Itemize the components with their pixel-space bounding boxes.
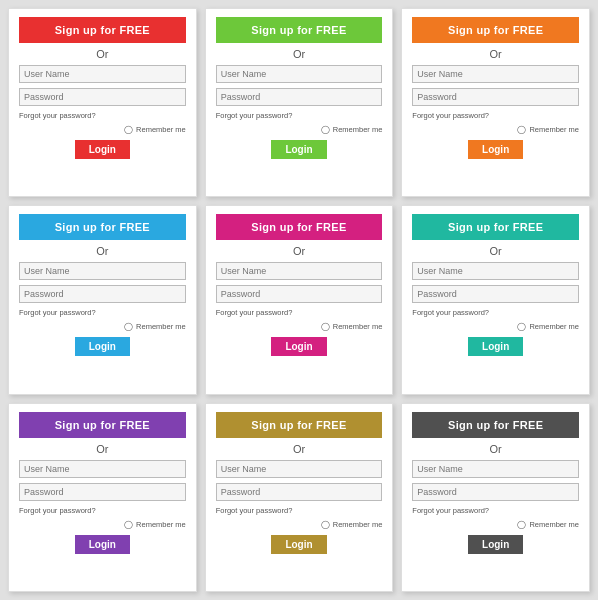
- or-label: Or: [293, 48, 305, 60]
- signup-button[interactable]: Sign up for FREE: [412, 17, 579, 43]
- remember-label: Remember me: [529, 322, 579, 331]
- remember-row: ◯ Remember me: [321, 125, 383, 134]
- remember-row: ◯ Remember me: [124, 125, 186, 134]
- login-button[interactable]: Login: [75, 535, 130, 554]
- username-input[interactable]: [216, 65, 383, 83]
- password-input[interactable]: [412, 483, 579, 501]
- password-input[interactable]: [19, 285, 186, 303]
- signup-button[interactable]: Sign up for FREE: [412, 412, 579, 438]
- forgot-password-link[interactable]: Forgot your password?: [19, 506, 96, 515]
- remember-label: Remember me: [333, 125, 383, 134]
- remember-label: Remember me: [136, 125, 186, 134]
- forgot-password-link[interactable]: Forgot your password?: [19, 111, 96, 120]
- username-input[interactable]: [19, 262, 186, 280]
- remember-row: ◯ Remember me: [517, 322, 579, 331]
- username-input[interactable]: [19, 65, 186, 83]
- password-input[interactable]: [216, 483, 383, 501]
- signup-button[interactable]: Sign up for FREE: [216, 17, 383, 43]
- username-input[interactable]: [412, 262, 579, 280]
- remember-checkbox-icon: ◯: [517, 520, 526, 529]
- remember-checkbox-icon: ◯: [517, 322, 526, 331]
- card-red: Sign up for FREE Or Forgot your password…: [8, 8, 197, 197]
- username-input[interactable]: [216, 262, 383, 280]
- card-dark: Sign up for FREE Or Forgot your password…: [401, 403, 590, 592]
- remember-label: Remember me: [333, 322, 383, 331]
- remember-row: ◯ Remember me: [517, 520, 579, 529]
- signup-button[interactable]: Sign up for FREE: [216, 412, 383, 438]
- remember-row: ◯ Remember me: [124, 520, 186, 529]
- forgot-password-link[interactable]: Forgot your password?: [216, 308, 293, 317]
- card-blue: Sign up for FREE Or Forgot your password…: [8, 205, 197, 394]
- remember-label: Remember me: [136, 322, 186, 331]
- card-grid: Sign up for FREE Or Forgot your password…: [0, 0, 598, 600]
- remember-label: Remember me: [529, 520, 579, 529]
- password-input[interactable]: [216, 88, 383, 106]
- signup-button[interactable]: Sign up for FREE: [19, 17, 186, 43]
- username-input[interactable]: [412, 65, 579, 83]
- card-teal: Sign up for FREE Or Forgot your password…: [401, 205, 590, 394]
- or-label: Or: [490, 48, 502, 60]
- signup-button[interactable]: Sign up for FREE: [216, 214, 383, 240]
- username-input[interactable]: [216, 460, 383, 478]
- login-button[interactable]: Login: [75, 337, 130, 356]
- remember-row: ◯ Remember me: [321, 322, 383, 331]
- login-button[interactable]: Login: [468, 535, 523, 554]
- password-input[interactable]: [19, 483, 186, 501]
- or-label: Or: [490, 443, 502, 455]
- password-input[interactable]: [412, 285, 579, 303]
- or-label: Or: [490, 245, 502, 257]
- remember-checkbox-icon: ◯: [124, 322, 133, 331]
- remember-row: ◯ Remember me: [124, 322, 186, 331]
- card-gold: Sign up for FREE Or Forgot your password…: [205, 403, 394, 592]
- or-label: Or: [96, 245, 108, 257]
- login-button[interactable]: Login: [75, 140, 130, 159]
- forgot-password-link[interactable]: Forgot your password?: [19, 308, 96, 317]
- remember-checkbox-icon: ◯: [124, 125, 133, 134]
- card-pink: Sign up for FREE Or Forgot your password…: [205, 205, 394, 394]
- remember-row: ◯ Remember me: [517, 125, 579, 134]
- or-label: Or: [293, 245, 305, 257]
- login-button[interactable]: Login: [468, 140, 523, 159]
- login-button[interactable]: Login: [271, 337, 326, 356]
- login-button[interactable]: Login: [271, 535, 326, 554]
- remember-checkbox-icon: ◯: [124, 520, 133, 529]
- or-label: Or: [293, 443, 305, 455]
- card-purple: Sign up for FREE Or Forgot your password…: [8, 403, 197, 592]
- remember-label: Remember me: [136, 520, 186, 529]
- remember-checkbox-icon: ◯: [321, 125, 330, 134]
- forgot-password-link[interactable]: Forgot your password?: [412, 111, 489, 120]
- username-input[interactable]: [19, 460, 186, 478]
- remember-row: ◯ Remember me: [321, 520, 383, 529]
- card-orange: Sign up for FREE Or Forgot your password…: [401, 8, 590, 197]
- forgot-password-link[interactable]: Forgot your password?: [216, 506, 293, 515]
- signup-button[interactable]: Sign up for FREE: [19, 214, 186, 240]
- signup-button[interactable]: Sign up for FREE: [19, 412, 186, 438]
- password-input[interactable]: [19, 88, 186, 106]
- forgot-password-link[interactable]: Forgot your password?: [216, 111, 293, 120]
- or-label: Or: [96, 48, 108, 60]
- login-button[interactable]: Login: [468, 337, 523, 356]
- remember-checkbox-icon: ◯: [321, 520, 330, 529]
- card-green: Sign up for FREE Or Forgot your password…: [205, 8, 394, 197]
- or-label: Or: [96, 443, 108, 455]
- signup-button[interactable]: Sign up for FREE: [412, 214, 579, 240]
- password-input[interactable]: [216, 285, 383, 303]
- username-input[interactable]: [412, 460, 579, 478]
- forgot-password-link[interactable]: Forgot your password?: [412, 506, 489, 515]
- remember-checkbox-icon: ◯: [321, 322, 330, 331]
- login-button[interactable]: Login: [271, 140, 326, 159]
- forgot-password-link[interactable]: Forgot your password?: [412, 308, 489, 317]
- remember-label: Remember me: [333, 520, 383, 529]
- remember-checkbox-icon: ◯: [517, 125, 526, 134]
- remember-label: Remember me: [529, 125, 579, 134]
- password-input[interactable]: [412, 88, 579, 106]
